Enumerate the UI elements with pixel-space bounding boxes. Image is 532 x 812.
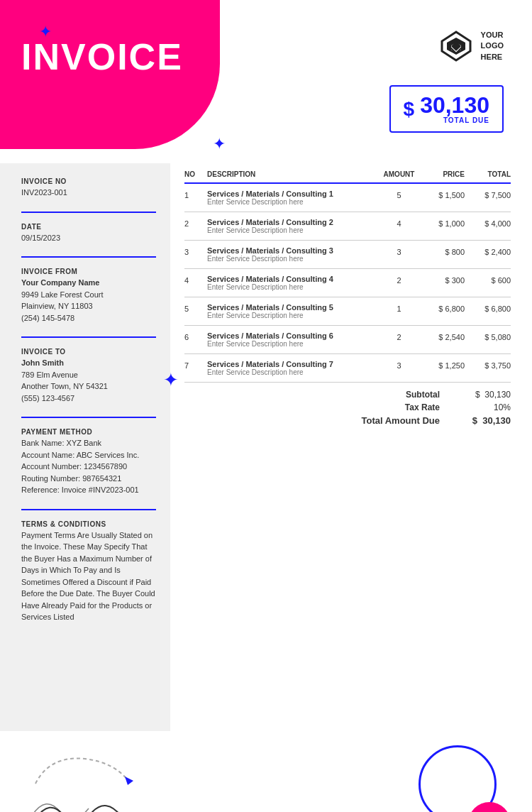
dashed-decoration bbox=[28, 748, 411, 787]
signature-right bbox=[411, 745, 511, 812]
col-header-total: TOTAL bbox=[465, 170, 511, 178]
star-bottom-icon: ✦ bbox=[213, 135, 226, 153]
row-title: Services / Materials / Consulting 7 bbox=[207, 360, 379, 368]
row-no: 5 bbox=[184, 303, 204, 313]
signature-left: AUTHORIZED BY bbox=[21, 748, 411, 812]
date-label: DATE bbox=[21, 223, 156, 231]
total-amount-due-label: Total Amount Due bbox=[362, 415, 440, 426]
row-price: $ 1,500 bbox=[419, 190, 465, 199]
total-amount-due-row: Total Amount Due $ 30,130 bbox=[184, 415, 511, 426]
col-header-amount: AMOUNT bbox=[379, 170, 419, 178]
total-due-right: 30,130 TOTAL DUE bbox=[420, 94, 489, 124]
col-header-price: PRICE bbox=[419, 170, 465, 178]
row-title: Services / Materials / Consulting 4 bbox=[207, 275, 379, 283]
row-total: $ 7,500 bbox=[465, 190, 511, 199]
row-desc: Services / Materials / Consulting 3 Ente… bbox=[204, 246, 379, 263]
row-no: 3 bbox=[184, 246, 204, 256]
row-price: $ 2,540 bbox=[419, 331, 465, 341]
divider-1 bbox=[21, 212, 156, 213]
row-subtitle: Enter Service Description here bbox=[207, 255, 379, 263]
star-top-left-icon: ✦ bbox=[39, 23, 52, 41]
row-desc: Services / Materials / Consulting 5 Ente… bbox=[204, 303, 379, 319]
divider-3 bbox=[21, 336, 156, 338]
dashed-curve-svg bbox=[28, 748, 142, 787]
row-no: 2 bbox=[184, 218, 204, 228]
table-row: 7 Services / Materials / Consulting 7 En… bbox=[184, 354, 511, 383]
col-header-description: DESCRIPTION bbox=[204, 170, 379, 178]
invoice-from-label: INVOICE FROM bbox=[21, 268, 156, 275]
invoice-from-section: INVOICE FROM Your Company Name 9949 Lake… bbox=[21, 268, 156, 324]
row-subtitle: Enter Service Description here bbox=[207, 368, 379, 376]
table-header: NO DESCRIPTION AMOUNT PRICE TOTAL bbox=[184, 170, 511, 184]
row-amount: 4 bbox=[379, 218, 419, 228]
row-desc: Services / Materials / Consulting 4 Ente… bbox=[204, 275, 379, 291]
terms-label: TERMS & CONDITIONS bbox=[21, 520, 156, 528]
row-title: Services / Materials / Consulting 3 bbox=[207, 246, 379, 255]
signature-area: AUTHORIZED BY bbox=[0, 745, 532, 812]
row-subtitle: Enter Service Description here bbox=[207, 340, 379, 348]
row-total: $ 4,000 bbox=[465, 218, 511, 228]
divider-5 bbox=[21, 509, 156, 510]
row-no: 6 bbox=[184, 331, 204, 341]
row-title: Services / Materials / Consulting 5 bbox=[207, 303, 379, 312]
invoice-no-value: INV2023-001 bbox=[21, 187, 156, 199]
invoice-from-address: 9949 Lake Forest CourtPlainview, NY 1180… bbox=[21, 289, 156, 324]
tax-rate-label: Tax Rate bbox=[362, 402, 440, 412]
row-price: $ 800 bbox=[419, 246, 465, 256]
terms-value: Payment Terms Are Usually Stated on the … bbox=[21, 530, 156, 623]
row-price: $ 1,000 bbox=[419, 218, 465, 228]
header: ✦ INVOICE ✦ YOURLOGOHERE $ 30,130 TOTAL … bbox=[0, 0, 532, 163]
divider-4 bbox=[21, 417, 156, 418]
col-header-no: NO bbox=[184, 170, 204, 178]
row-subtitle: Enter Service Description here bbox=[207, 226, 379, 234]
divider-2 bbox=[21, 256, 156, 258]
subtotal-value: $ 30,130 bbox=[454, 390, 511, 400]
row-title: Services / Materials / Consulting 6 bbox=[207, 331, 379, 340]
payment-method-label: PAYMENT METHOD bbox=[21, 428, 156, 436]
row-title: Services / Materials / Consulting 2 bbox=[207, 218, 379, 226]
invoice-title: INVOICE bbox=[21, 35, 183, 78]
payment-method-section: PAYMENT METHOD Bank Name: XYZ BankAccoun… bbox=[21, 428, 156, 496]
row-price: $ 300 bbox=[419, 275, 465, 285]
row-amount: 5 bbox=[379, 190, 419, 199]
row-total: $ 5,080 bbox=[465, 331, 511, 341]
row-amount: 2 bbox=[379, 275, 419, 285]
row-total: $ 3,750 bbox=[465, 360, 511, 370]
logo-icon bbox=[438, 28, 474, 64]
table-row: 2 Services / Materials / Consulting 2 En… bbox=[184, 212, 511, 241]
date-value: 09/15/2023 bbox=[21, 232, 156, 244]
invoice-to-section: INVOICE TO John Smith 789 Elm AvenueAnot… bbox=[21, 348, 156, 404]
svg-marker-5 bbox=[125, 777, 133, 785]
row-total: $ 600 bbox=[465, 275, 511, 285]
table-row: 5 Services / Materials / Consulting 5 En… bbox=[184, 297, 511, 326]
row-title: Services / Materials / Consulting 1 bbox=[207, 190, 379, 198]
invoice-table-area: ✦ NO DESCRIPTION AMOUNT PRICE TOTAL 1 Se… bbox=[170, 163, 532, 731]
row-subtitle: Enter Service Description here bbox=[207, 312, 379, 319]
total-due-box: $ 30,130 TOTAL DUE bbox=[389, 85, 504, 133]
table-row: 4 Services / Materials / Consulting 4 En… bbox=[184, 269, 511, 297]
main-content: INVOICE NO INV2023-001 DATE 09/15/2023 I… bbox=[0, 163, 532, 731]
invoice-to-name: John Smith bbox=[21, 357, 156, 369]
invoice-from-name: Your Company Name bbox=[21, 277, 156, 289]
row-subtitle: Enter Service Description here bbox=[207, 283, 379, 291]
table-row: 3 Services / Materials / Consulting 3 En… bbox=[184, 241, 511, 269]
row-total: $ 2,400 bbox=[465, 246, 511, 256]
payment-method-value: Bank Name: XYZ BankAccount Name: ABC Ser… bbox=[21, 437, 156, 496]
invoice-no-label: INVOICE NO bbox=[21, 177, 156, 185]
date-section: DATE 09/15/2023 bbox=[21, 223, 156, 244]
row-total: $ 6,800 bbox=[465, 303, 511, 313]
signature-squiggle bbox=[21, 791, 177, 812]
terms-section: TERMS & CONDITIONS Payment Terms Are Usu… bbox=[21, 520, 156, 623]
row-price: $ 1,250 bbox=[419, 360, 465, 370]
row-amount: 2 bbox=[379, 331, 419, 341]
row-amount: 1 bbox=[379, 303, 419, 313]
total-due-amount: 30,130 bbox=[420, 94, 489, 116]
invoice-no-section: INVOICE NO INV2023-001 bbox=[21, 177, 156, 199]
total-amount-due-value: $ 30,130 bbox=[454, 415, 511, 426]
total-due-currency: $ bbox=[404, 98, 415, 121]
invoice-to-label: INVOICE TO bbox=[21, 348, 156, 356]
table-row: 6 Services / Materials / Consulting 6 En… bbox=[184, 326, 511, 354]
tax-rate-value: 10% bbox=[454, 402, 511, 412]
table-rows: 1 Services / Materials / Consulting 1 En… bbox=[184, 184, 511, 383]
row-desc: Services / Materials / Consulting 7 Ente… bbox=[204, 360, 379, 376]
